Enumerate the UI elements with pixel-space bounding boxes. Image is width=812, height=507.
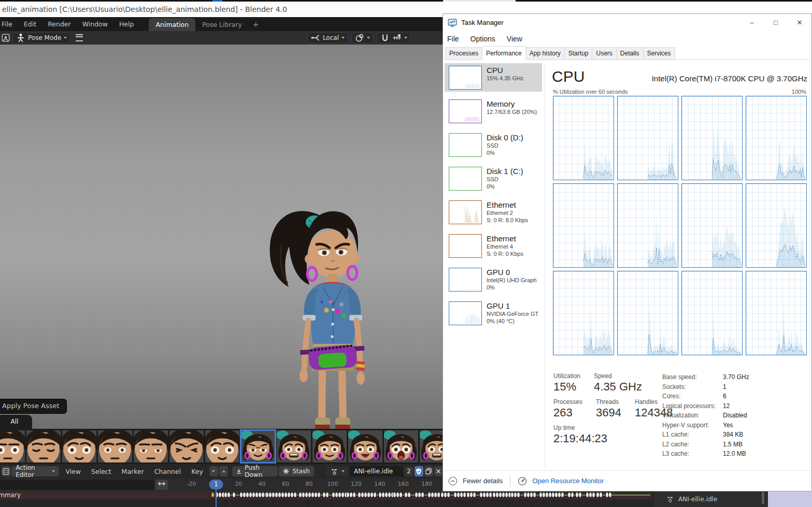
tm-tab-services[interactable]: Services	[643, 47, 675, 60]
playhead[interactable]	[216, 489, 217, 507]
pose-asset-thumbnail-eyes-closed[interactable]	[26, 430, 61, 462]
pose-asset-thumbnail-gasp[interactable]	[384, 430, 418, 462]
pose-asset-thumbnail-neutral[interactable]	[98, 430, 132, 462]
action-users-count[interactable]: 2	[404, 466, 413, 476]
proportional-editing-dropdown[interactable]	[351, 32, 374, 44]
keyframe[interactable]	[352, 492, 356, 498]
dopesheet-menu-marker[interactable]: Marker	[117, 468, 149, 475]
tm-tab-processes[interactable]: Processes	[445, 47, 482, 60]
summary-channel-row[interactable]: Summary	[0, 491, 652, 499]
tm-menu-options[interactable]: Options	[471, 35, 495, 43]
tm-sidebar-item-memory[interactable]: Memory12.7/63.8 GB (20%)	[445, 97, 542, 125]
action-editor-mode-dropdown[interactable]: Action Editor	[11, 466, 59, 476]
keyframe[interactable]	[317, 492, 321, 498]
keyframe[interactable]	[447, 492, 450, 498]
scrollbar[interactable]	[762, 492, 764, 504]
push-down-button[interactable]: Push Down	[232, 466, 278, 476]
pose-asset-thumbnail-shocked[interactable]	[205, 430, 239, 462]
dopesheet-menu-view[interactable]: View	[60, 468, 86, 475]
header-menu-icon[interactable]	[76, 34, 83, 41]
transform-orientation-dropdown[interactable]: Local	[307, 32, 348, 44]
keyframe[interactable]	[373, 492, 377, 498]
browse-action-dropdown[interactable]	[326, 466, 349, 476]
tm-sidebar-item-gpu-1[interactable]: GPU 1NVIDIA GeForce GT0% (40 °C)	[445, 299, 542, 327]
fake-user-toggle[interactable]	[415, 466, 423, 476]
pose-asset-thumbnail-pout[interactable]	[312, 430, 347, 462]
tm-tab-app-history[interactable]: App history	[525, 47, 565, 60]
keyframe[interactable]	[473, 492, 476, 498]
tm-sidebar-item-ethernet[interactable]: EthernetEthernet 4S: 0 R: 0 Kbps	[445, 231, 542, 260]
keyframe[interactable]	[489, 492, 492, 498]
tm-titlebar[interactable]: Task Manager – □ ✕	[443, 14, 811, 31]
tm-tab-details[interactable]: Details	[616, 47, 644, 60]
pose-asset-thumbnail-angry-scrunched[interactable]	[169, 430, 204, 462]
editor-type-dropdown[interactable]	[2, 466, 10, 476]
unlink-action-button[interactable]	[434, 466, 443, 476]
tm-sidebar-item-disk-0-d-[interactable]: Disk 0 (D:)SSD0%	[445, 131, 542, 159]
expand-range-button[interactable]	[155, 480, 168, 490]
tm-sidebar-item-gpu-0[interactable]: GPU 0Intel(R) UHD Graph0%	[445, 265, 542, 294]
pose-asset-thumbnail-nervous[interactable]	[420, 430, 443, 462]
tm-sidebar-item-ethernet[interactable]: EthernetEthernet 2S: 0 R: 8.0 Kbps	[445, 198, 542, 226]
blender-menu-help[interactable]: Help	[113, 17, 140, 31]
open-resource-monitor-link[interactable]: Open Resource Monitor	[532, 477, 604, 485]
blender-menu-file[interactable]: File	[0, 17, 18, 31]
keyframe[interactable]	[211, 492, 215, 498]
pose-asset-thumbnail-unimpressed[interactable]	[134, 430, 168, 462]
keyframe[interactable]	[599, 492, 603, 498]
maximize-button[interactable]: □	[764, 14, 788, 31]
action-name-field[interactable]: ANI-ellie.idle	[350, 466, 403, 476]
pose-asset-thumbnail-talking[interactable]	[348, 430, 382, 462]
add-workspace-button[interactable]: +	[249, 20, 263, 28]
keyframe[interactable]	[437, 492, 440, 498]
blender-menu-render[interactable]: Render	[42, 17, 77, 31]
keyframe[interactable]	[592, 492, 595, 498]
blender-titlebar[interactable]: ellie_animation [C:\Users\Usuario\Deskto…	[0, 2, 445, 17]
keyframe[interactable]	[561, 492, 564, 498]
current-frame-badge[interactable]: 1	[209, 480, 223, 489]
blender-menu-edit[interactable]: Edit	[18, 17, 42, 31]
stash-button[interactable]: Stash	[279, 466, 314, 476]
tm-tab-users[interactable]: Users	[592, 47, 616, 60]
dopesheet-menu-channel[interactable]: Channel	[149, 468, 186, 475]
new-action-button[interactable]	[424, 466, 433, 476]
keyframe[interactable]	[608, 492, 612, 498]
workspace-tab-pose-library[interactable]: Pose Library	[195, 18, 249, 31]
tm-menu-view[interactable]: View	[507, 35, 522, 43]
keyframe[interactable]	[232, 492, 236, 498]
keyframe[interactable]	[293, 492, 297, 498]
pose-asset-thumbnail-grimace[interactable]	[277, 430, 311, 462]
fewer-details-button[interactable]: Fewer details	[463, 477, 503, 485]
tm-tab-startup[interactable]: Startup	[564, 47, 593, 60]
close-button[interactable]: ✕	[788, 14, 811, 31]
asset-catalog-tab-all[interactable]: All	[0, 415, 32, 429]
blender-menu-window[interactable]: Window	[77, 17, 113, 31]
frame-prev-keyframe-button[interactable]	[209, 466, 218, 476]
tm-sidebar-item-cpu[interactable]: CPU15% 4.35 GHz	[445, 63, 542, 92]
keyframe[interactable]	[421, 492, 424, 498]
pose-asset-thumbnail-worried[interactable]	[62, 430, 96, 462]
pose-asset-thumbnail-side-glance[interactable]	[0, 430, 25, 462]
keyframe[interactable]	[517, 492, 520, 498]
keyframe[interactable]	[571, 492, 574, 498]
frame-next-keyframe-button[interactable]	[219, 466, 228, 476]
viewport-3d[interactable]	[0, 45, 443, 429]
dopesheet-menu-key[interactable]: Key	[186, 468, 208, 475]
workspace-tab-animation[interactable]: Animation	[149, 18, 195, 31]
editor-type-icon[interactable]	[1, 33, 10, 42]
tm-tab-performance[interactable]: Performance	[482, 46, 526, 60]
keyframe[interactable]	[533, 492, 536, 498]
keyframe[interactable]	[407, 492, 411, 498]
snapping-dropdown[interactable]	[377, 32, 411, 44]
timeline-ruler[interactable]: -2020406080100120140160180 1	[0, 479, 443, 491]
tm-menu-file[interactable]: File	[447, 35, 459, 43]
minimize-button[interactable]: –	[740, 14, 764, 31]
pose-asset-thumbnail-angry[interactable]	[241, 430, 275, 462]
keyframe[interactable]	[325, 492, 329, 498]
keyframe[interactable]	[399, 492, 403, 498]
keyframe[interactable]	[227, 492, 231, 498]
tm-sidebar-item-disk-1-c-[interactable]: Disk 1 (C:)SSD0%	[445, 164, 542, 193]
mode-selector-dropdown[interactable]: Pose Mode	[12, 32, 70, 44]
keyframe[interactable]	[578, 492, 582, 498]
dopesheet-menu-select[interactable]: Select	[86, 468, 117, 475]
